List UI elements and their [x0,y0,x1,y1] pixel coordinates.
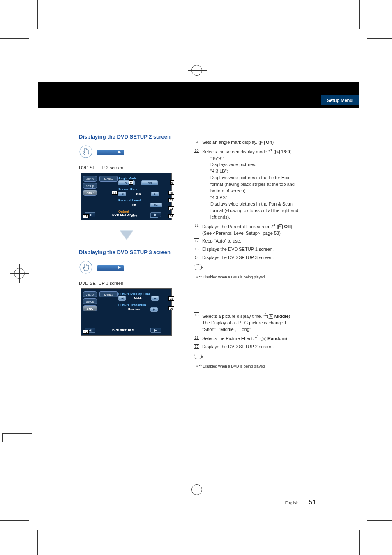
item-number: 12 [194,238,199,243]
footer-next-button[interactable]: ▶ [150,328,161,333]
item-number: 17 [194,344,199,349]
footer-title: DVD SETUP 3 [96,328,150,333]
callout-12: 12 [168,206,174,210]
callout-9: 9 [129,180,133,185]
side-audio-button[interactable]: Audio [83,291,97,297]
touch-row [79,260,186,276]
item-number: 13 [194,247,199,251]
registration-mark [191,65,202,76]
callout-13: 13 [83,214,89,218]
displaytime-next-button[interactable]: ▶ [151,296,159,301]
registration-mark [14,268,25,279]
list-item: 10 Selects the screen display mode.*1 (✎… [194,148,317,221]
list-item: 17 Displays the DVD SETUP 2 screen. [194,344,317,350]
item-text: Keep "Auto" to use. [202,238,241,243]
footer-next-button[interactable]: ▶ [150,212,161,217]
list-item: 13 Displays the DVD SETUP 1 screen. [194,246,317,253]
side-src-button[interactable]: SRC [83,305,97,311]
crop-mark [37,530,38,555]
item-text: Displays the DVD SETUP 1 screen. [202,247,274,252]
header-band [38,82,359,108]
dvd-setup-2-screenshot: Audio SetUp SRC Menu« Angle Mark On Off … [81,173,172,220]
row-screen-ratio-label: Screen Ratio [118,187,169,191]
item-text: Selects the Picture Effect. *1 (✎ Random… [202,336,287,341]
callout-10: 10 [112,191,118,195]
crop-mark [0,520,29,521]
list-item: 9 Sets an angle mark display. (✎ On) [194,139,317,146]
list-item: 16 Selects the Picture Effect. *1 (✎ Ran… [194,335,317,342]
item-number: 9 [194,140,199,144]
default-icon: ✎ [278,224,283,229]
svg-point-0 [80,146,92,158]
list-item: 15 Selects a picture display time. *1(✎ … [194,312,317,333]
side-setup-button[interactable]: SetUp [83,183,97,189]
list-item: 12 Keep "Auto" to use. [194,238,317,245]
callout-15: 15 [168,296,174,301]
def-val: Displays wide pictures in the Pan & Scan… [210,201,301,221]
screenshot-caption: DVD SETUP 2 screen [79,165,186,170]
callout-11: 11 [168,198,174,202]
angle-off-button[interactable]: Off [141,180,158,185]
default-icon: ✎ [260,141,265,145]
item-number: 14 [194,255,199,259]
header-tab: Setup Menu [321,95,359,105]
list-item: 14 Displays the DVD SETUP 3 screen. [194,254,317,261]
row-parental-label: Parental Level [118,199,169,202]
item-text: Displays the Parental Lock screen.*1 (✎ … [202,224,292,229]
transition-value: Random [118,307,150,312]
displaytime-value: Middle [127,296,150,301]
next-arrow-button[interactable] [97,265,124,271]
def-key: "16:9": [210,155,229,162]
side-src-button[interactable]: SRC [83,190,97,196]
callout-9-b: 9 [170,180,174,185]
page-footer: English 51 [285,498,316,506]
crop-mark [359,0,360,29]
setup2-description-list: 9 Sets an angle mark display. (✎ On) 10 … [194,139,317,261]
section-title-dvd-setup-2: Displaying the DVD SETUP 2 screen [79,134,186,141]
item-subtext: "Short", "Middle", "Long" [202,326,317,333]
page-number: 51 [309,498,316,506]
default-icon: ✎ [269,314,273,319]
section-title-dvd-setup-3: Displaying the DVD SETUP 3 screen [79,249,186,257]
screenshot-caption: DVD SETUP 3 screen [79,281,186,286]
def-key: "4:3 PS": [210,194,229,201]
item-text: Displays the DVD SETUP 3 screen. [202,255,274,260]
dvd-setup-3-screenshot: Audio SetUp SRC Menu« Picture Display Ti… [81,288,172,336]
ratio-value: 16:9 [127,192,150,196]
note-icon [194,264,202,270]
touch-hand-icon [79,145,93,160]
note-icon [194,354,202,359]
side-audio-button[interactable]: Audio [83,176,97,182]
side-setup-button[interactable]: SetUp [83,298,97,304]
item-text: Displays the DVD SETUP 2 screen. [202,344,274,349]
item-subtext: The Display of a JPEG picture is changed… [202,320,317,326]
next-arrow-button[interactable] [97,150,124,155]
crop-mark [0,38,29,39]
item-text: Selects the screen display mode.*1 (✎ 16… [202,149,291,154]
parental-value: Off [118,203,150,207]
transition-next-button[interactable]: ▶ [150,307,158,312]
ratio-prev-button[interactable]: ◀ [118,192,126,196]
item-number: 16 [194,335,199,340]
default-icon: ✎ [262,337,266,341]
parental-set-button[interactable]: Set [150,203,162,207]
callout-16: 16 [168,306,174,310]
callout-14: 14 [168,214,174,218]
ratio-next-button[interactable]: ▶ [151,192,159,196]
displaytime-prev-button[interactable]: ◀ [118,296,126,301]
crop-mark [367,520,392,521]
note-text: • *1 Disabled when a DVD is being played… [196,363,317,369]
callout-17: 17 [83,330,89,334]
crop-mark [367,38,392,39]
item-number: 11 [194,223,199,227]
def-val: Displays wide pictures. [210,162,301,168]
registration-mark [191,484,202,495]
row-display-time-label: Picture Display Time [118,292,169,296]
crop-mark [37,0,38,29]
row-angle-mark-label: Angle Mark [118,176,169,180]
note-text: • *1 Disabled when a DVD is being played… [196,274,317,280]
row-transition-label: Picture Transition [118,303,169,307]
list-item: 11 Displays the Parental Lock screen.*1 … [194,222,317,237]
item-subtext: (See <Parental Level Setup>, page 53) [202,230,317,237]
svg-point-1 [80,261,92,273]
